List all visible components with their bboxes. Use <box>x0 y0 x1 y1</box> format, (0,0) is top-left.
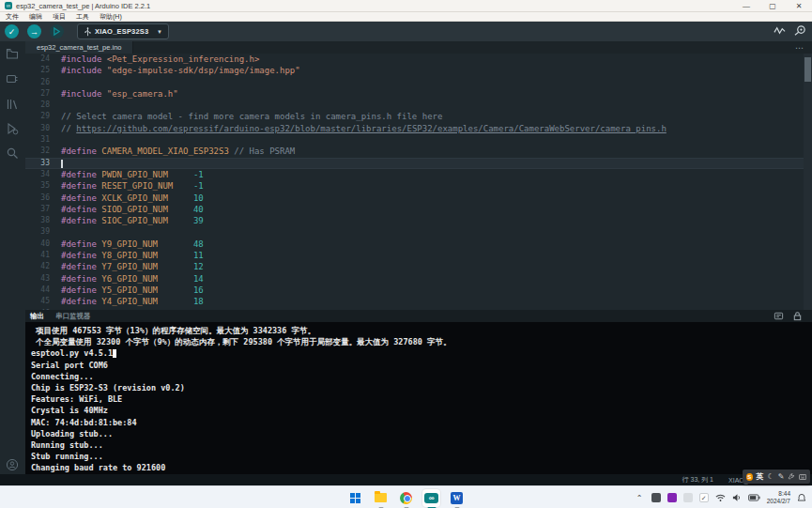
verify-button[interactable]: ✓ <box>5 24 19 38</box>
code-line[interactable]: 43#define Y6_GPIO_NUM 14 <box>25 273 812 285</box>
code-line[interactable]: 30// https://github.com/espressif/arduin… <box>25 123 812 134</box>
menu-item[interactable]: 帮助(H) <box>100 12 122 22</box>
boards-manager-icon[interactable] <box>6 72 20 86</box>
code-line[interactable]: 32#define CAMERA_MODEL_XIAO_ESP32S3 // H… <box>25 146 812 157</box>
tab-serial-monitor[interactable]: 串口监视器 <box>55 312 91 321</box>
tray-app1-icon[interactable] <box>651 493 661 502</box>
clear-output-icon[interactable] <box>774 311 784 321</box>
battery-icon[interactable] <box>748 494 760 501</box>
account-icon[interactable] <box>6 458 20 472</box>
tabbar: esp32_camera_test_pe.ino ⋯ <box>25 41 812 54</box>
taskbar-clock[interactable]: 8:44 2024/2/7 <box>767 490 790 505</box>
notification-center-bell-icon[interactable] <box>797 493 806 503</box>
code-line[interactable]: 35#define RESET_GPIO_NUM -1 <box>25 180 812 192</box>
tab-esp32-camera-test-pe[interactable]: esp32_camera_test_pe.ino <box>25 41 133 54</box>
tray-ime-status-icon[interactable]: ✓ <box>699 493 709 502</box>
code-line[interactable]: 42#define Y7_GPIO_NUM 12 <box>25 261 812 272</box>
code-line[interactable]: 45#define Y4_GPIO_NUM 18 <box>25 296 812 307</box>
maximize-button[interactable]: ▢ <box>759 0 786 12</box>
serial-monitor-icon[interactable] <box>794 24 806 37</box>
minimize-button[interactable]: — <box>733 0 759 12</box>
code-line[interactable]: 36#define XCLK_GPIO_NUM 10 <box>25 192 812 204</box>
ime-toolbar[interactable]: S 英 ☾ ✎ <box>743 470 810 484</box>
board-selector[interactable]: XIAO_ESP32S3 ▼ <box>77 23 169 39</box>
file-explorer-icon <box>375 493 387 502</box>
debug-sidebar-icon[interactable] <box>6 122 20 136</box>
cursor-position[interactable]: 行 33, 列 1 <box>682 475 713 485</box>
code-text <box>61 134 812 146</box>
code-line[interactable]: 33 <box>25 158 812 169</box>
tray-expand-chevron-icon[interactable]: ⌃ <box>635 493 645 503</box>
output-line: Uploading stub... <box>25 428 812 439</box>
line-number: 26 <box>25 77 50 88</box>
code-lines: 24#include <Pet_Expression_inferencing.h… <box>25 54 812 310</box>
scroll-lock-icon[interactable] <box>792 311 803 321</box>
code-line[interactable]: 24#include <Pet_Expression_inferencing.h… <box>25 54 812 65</box>
code-line[interactable]: 41#define Y8_GPIO_NUM 11 <box>25 250 812 261</box>
volume-icon[interactable] <box>732 493 742 502</box>
code-line[interactable]: 34#define PWDN_GPIO_NUM -1 <box>25 169 812 180</box>
ime-night-mode-icon[interactable]: ☾ <box>768 470 774 484</box>
console-cursor <box>113 349 116 358</box>
sketchbook-folder-icon[interactable] <box>6 47 20 61</box>
code-line[interactable]: 26 <box>25 77 812 88</box>
line-number: 40 <box>25 239 50 250</box>
code-editor[interactable]: 24#include <Pet_Expression_inferencing.h… <box>25 54 812 310</box>
sogou-logo-icon[interactable]: S <box>746 473 753 481</box>
line-number: 44 <box>25 285 50 296</box>
code-line[interactable]: 25#include "edge-impulse-sdk/dsp/image/i… <box>25 65 812 76</box>
close-button[interactable]: ✕ <box>786 0 812 12</box>
code-text: #define XCLK_GPIO_NUM 10 <box>61 192 812 204</box>
code-line[interactable]: 29// Select camera model - find more cam… <box>25 111 812 122</box>
code-line[interactable]: 31 <box>25 134 812 146</box>
line-number: 45 <box>25 296 50 307</box>
upload-button[interactable]: → <box>27 24 41 38</box>
chrome-icon <box>400 492 412 504</box>
start-button[interactable] <box>346 489 364 507</box>
tray-app2-icon[interactable] <box>667 493 677 502</box>
ime-language-mode[interactable]: 英 <box>757 471 764 482</box>
search-icon[interactable] <box>6 146 20 161</box>
taskbar-chrome[interactable] <box>397 489 415 507</box>
debug-icon <box>53 27 61 36</box>
line-number: 33 <box>25 158 50 169</box>
code-line[interactable]: 28 <box>25 100 812 111</box>
tray-app3-icon[interactable] <box>683 493 693 502</box>
output-line: 个全局变量使用 32300 个字节（9%）的动态内存，剩下 295380 个字节… <box>25 336 812 347</box>
arduino-taskbar-icon: ∞ <box>424 493 438 503</box>
output-line: 项目使用 467553 字节（13%）的程序存储空间。最大值为 3342336 … <box>25 325 812 336</box>
debug-button[interactable] <box>50 24 64 38</box>
code-line[interactable]: 39 <box>25 226 812 238</box>
code-line[interactable]: 40#define Y9_GPIO_NUM 48 <box>25 239 812 250</box>
editor-more-actions-button[interactable]: ⋯ <box>795 41 804 54</box>
editor-scrollbar-thumb[interactable] <box>804 57 811 82</box>
wifi-icon[interactable] <box>715 493 726 502</box>
output-line: MAC: 74:4d:bd:81:be:84 <box>25 417 812 428</box>
taskbar-file-explorer[interactable] <box>372 489 390 507</box>
ime-keyboard-icon[interactable] <box>799 473 806 481</box>
clock-time: 8:44 <box>767 490 790 498</box>
menu-item[interactable]: 项目 <box>53 12 66 22</box>
code-line[interactable]: 38#define SIOC_GPIO_NUM 39 <box>25 215 812 226</box>
ime-skin-brush-icon[interactable]: ✎ <box>778 470 785 484</box>
ime-toolbox-wrench-icon[interactable] <box>788 472 794 481</box>
menu-item[interactable]: 工具 <box>76 12 89 22</box>
taskbar-word[interactable]: W <box>448 489 466 507</box>
serial-plotter-icon[interactable] <box>774 24 786 37</box>
menu-item[interactable]: 文件 <box>6 12 19 22</box>
output-console[interactable]: 项目使用 467553 字节（13%）的程序存储空间。最大值为 3342336 … <box>25 322 812 474</box>
output-line: Crystal is 40MHz <box>25 405 812 416</box>
menu-item[interactable]: 编辑 <box>29 12 42 22</box>
window-title: esp32_camera_test_pe | Arduino IDE 2.2.1 <box>16 2 150 10</box>
toolbar: ✓ → XIAO_ESP32S3 ▼ <box>0 22 812 41</box>
line-number: 36 <box>25 192 50 204</box>
taskbar-arduino-ide[interactable]: ∞ <box>422 489 440 507</box>
line-number: 39 <box>25 226 50 238</box>
code-line[interactable]: 27#include "esp_camera.h" <box>25 88 812 100</box>
editor-scrollbar[interactable] <box>804 54 812 310</box>
tab-output[interactable]: 输出 <box>30 312 44 321</box>
library-manager-icon[interactable] <box>6 98 20 112</box>
code-line[interactable]: 44#define Y5_GPIO_NUM 16 <box>25 285 812 296</box>
output-line: Stub running... <box>25 451 812 462</box>
code-line[interactable]: 37#define SIOD_GPIO_NUM 40 <box>25 204 812 215</box>
